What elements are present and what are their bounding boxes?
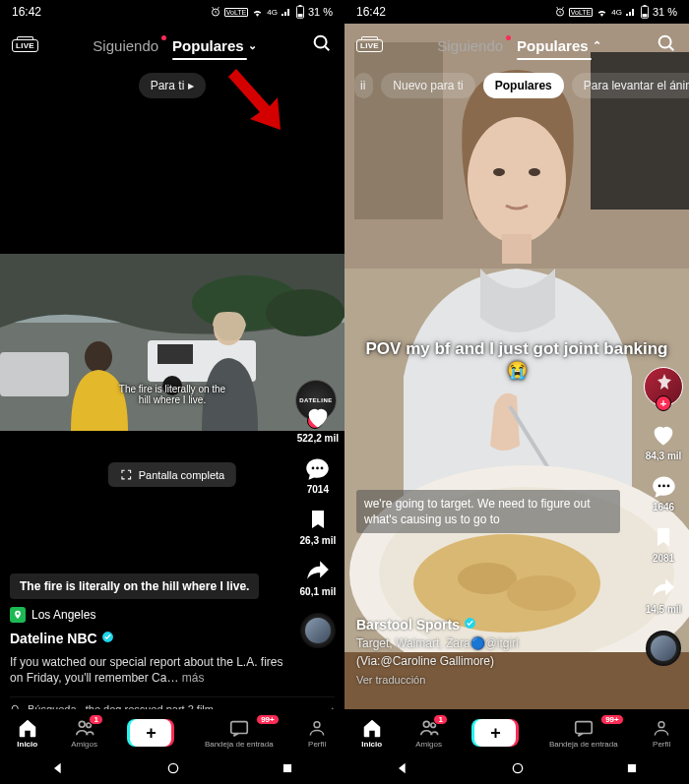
nav-friends[interactable]: 1 Amigos (71, 717, 97, 749)
svg-point-8 (266, 289, 344, 336)
share-button[interactable]: 60,1 mil (300, 556, 337, 597)
network-label: 4G (267, 8, 278, 17)
feed-tabs: Siguiendo Populares ⌃ (437, 37, 600, 54)
top-nav: LIVE Siguiendo Populares ⌄ (0, 24, 344, 67)
nav-home[interactable]: Inicio (361, 717, 383, 749)
nav-create[interactable]: + (474, 719, 516, 747)
wifi-icon (251, 6, 264, 19)
translate-link[interactable]: Ver traducción (356, 674, 620, 686)
svg-rect-2 (299, 5, 302, 6)
author-avatar[interactable]: + (644, 367, 683, 406)
android-nav-bar (0, 756, 344, 784)
battery-percent: 31 % (308, 6, 333, 18)
pill-mood[interactable]: Para levantar el ánimo (572, 73, 689, 98)
video-fullscreen[interactable]: POV my bf and I just got joint banking 😭… (344, 24, 689, 710)
follow-plus-icon[interactable]: + (656, 395, 671, 411)
pill-new-for-you[interactable]: Nuevo para ti (381, 73, 474, 98)
screenshot-right: POV my bf and I just got joint banking 😭… (344, 0, 689, 784)
signal-icon (625, 6, 637, 18)
sound-disc[interactable] (646, 631, 681, 666)
search-button[interactable] (656, 32, 677, 58)
pill-partial[interactable]: ii (354, 73, 373, 98)
video-meta-line1[interactable]: Target, Walmart, Zara🔵@itgirl (356, 636, 620, 650)
nav-inbox[interactable]: 99+ Bandeja de entrada (549, 717, 618, 749)
comment-button[interactable]: 7014 (303, 453, 333, 495)
share-button[interactable]: 14,5 mil (646, 573, 682, 615)
more-link[interactable]: más (182, 671, 205, 685)
status-right-cluster: VoLTE 4G 31 % (210, 5, 333, 19)
status-bar: 16:42 VoLTE 4G 31 % (0, 0, 344, 24)
triangle-right-icon: ▶ (188, 82, 194, 90)
nav-create[interactable]: + (130, 719, 171, 747)
chevron-up-icon: ⌃ (593, 39, 601, 52)
heart-icon (303, 402, 333, 432)
fullscreen-icon (120, 468, 133, 481)
svg-point-32 (493, 168, 505, 176)
recents-icon[interactable] (281, 761, 294, 779)
share-icon (303, 556, 333, 585)
video-description[interactable]: If you watched our special report about … (10, 654, 285, 686)
caption-line: The fire is literally on the hill where … (10, 573, 259, 599)
inbox-badge: 99+ (256, 714, 280, 725)
back-icon[interactable] (395, 760, 410, 780)
status-bar: 16:42 VoLTE 4G 31 % (344, 0, 689, 24)
inbox-badge: 99+ (600, 714, 624, 725)
svg-point-31 (468, 117, 566, 243)
tab-popular[interactable]: Populares ⌄ (172, 37, 257, 54)
nav-inbox[interactable]: 99+ Bandeja de entrada (205, 717, 274, 749)
status-time: 16:42 (356, 5, 386, 19)
svg-rect-23 (231, 722, 248, 734)
home-circle-icon[interactable] (510, 760, 526, 780)
location-chip[interactable]: Los Angeles (10, 607, 95, 623)
tab-following[interactable]: Siguiendo (437, 37, 503, 54)
author-name[interactable]: Dateline NBC (10, 631, 285, 646)
profile-icon (651, 717, 672, 739)
comment-button[interactable]: 1646 (649, 471, 678, 513)
fullscreen-button[interactable]: Pantalla completa (108, 462, 236, 487)
svg-point-52 (423, 721, 429, 727)
svg-point-46 (659, 36, 671, 48)
heart-icon (649, 420, 678, 450)
verified-icon (101, 631, 114, 646)
search-button[interactable] (311, 32, 333, 58)
svg-point-55 (658, 722, 664, 728)
live-button[interactable]: LIVE (356, 39, 383, 52)
inbox-icon (228, 717, 250, 739)
nav-friends[interactable]: 1 Amigos (415, 717, 442, 749)
recents-icon[interactable] (625, 761, 639, 779)
video-overlay-caption: The fire is literally on the hill where … (119, 384, 225, 405)
wifi-icon (595, 6, 608, 19)
tab-following[interactable]: Siguiendo (93, 37, 158, 54)
save-button[interactable]: 2081 (649, 522, 678, 564)
comment-icon (303, 453, 333, 483)
notification-dot-icon (161, 35, 166, 40)
category-pills[interactable]: ii Nuevo para ti Populares Para levantar… (344, 67, 689, 104)
live-button[interactable]: LIVE (12, 39, 38, 52)
like-button[interactable]: 522,2 mil (297, 402, 339, 444)
nav-home[interactable]: Inicio (17, 717, 38, 749)
chevron-down-icon: ⌄ (248, 39, 257, 52)
notification-dot-icon (506, 35, 511, 40)
action-rail: + 84,3 mil 1646 2081 14,5 mil (644, 367, 683, 666)
status-right-cluster: VoLTE 4G 31 % (554, 5, 677, 19)
svg-point-49 (662, 484, 665, 487)
svg-point-14 (85, 341, 112, 373)
pill-for-you[interactable]: Para ti ▶ (139, 73, 207, 98)
svg-rect-10 (157, 344, 193, 364)
video-thumbnail[interactable]: The fire is literally on the hill where … (0, 254, 344, 431)
nav-profile[interactable]: Perfil (306, 717, 328, 749)
svg-point-50 (666, 484, 669, 487)
svg-point-16 (312, 466, 315, 469)
location-icon (10, 607, 26, 623)
back-icon[interactable] (50, 760, 66, 780)
save-button[interactable]: 26,3 mil (300, 505, 337, 546)
nav-profile[interactable]: Perfil (651, 717, 672, 749)
pill-popular[interactable]: Populares (483, 73, 564, 98)
sound-disc[interactable] (300, 613, 336, 648)
author-name[interactable]: Barstool Sports (356, 617, 620, 633)
video-text-overlay: POV my bf and I just got joint banking 😭 (344, 338, 689, 382)
video-meta-line2[interactable]: (Via:@Caroline Gallimore) (356, 654, 620, 668)
tab-popular[interactable]: Populares ⌃ (517, 37, 601, 54)
like-button[interactable]: 84,3 mil (646, 420, 682, 461)
home-circle-icon[interactable] (165, 760, 181, 780)
